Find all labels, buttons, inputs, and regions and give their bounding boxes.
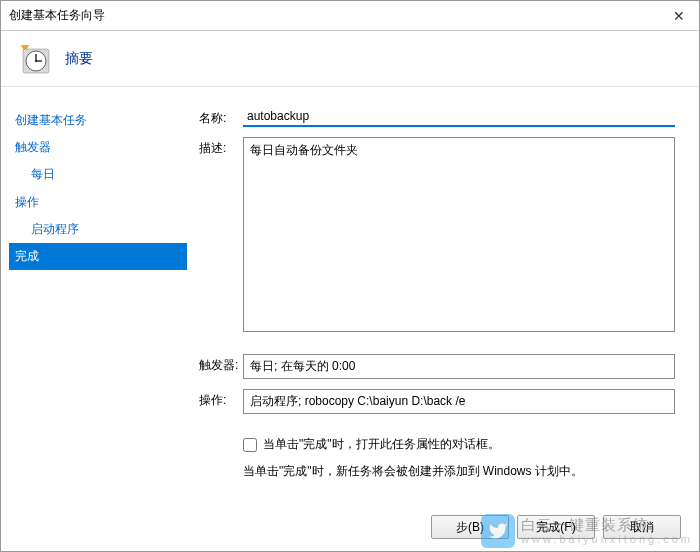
close-button[interactable]: ✕ — [659, 1, 699, 31]
sidebar-item-finish[interactable]: 完成 — [9, 243, 187, 270]
main-panel: 名称: 描述: 触发器: 每日; 在每天的 0:00 操作: 启动程序; rob… — [187, 107, 675, 503]
sidebar-item-action[interactable]: 操作 — [9, 189, 187, 216]
content-area: 创建基本任务 触发器 每日 操作 启动程序 完成 名称: 描述: 触发器: 每日… — [1, 87, 699, 503]
action-row: 操作: 启动程序; robocopy C:\baiyun D:\back /e — [199, 389, 675, 414]
cancel-button[interactable]: 取消 — [603, 515, 681, 539]
sidebar-item-start-program[interactable]: 启动程序 — [9, 216, 187, 243]
action-label: 操作: — [199, 389, 243, 409]
trigger-label: 触发器: — [199, 354, 243, 374]
info-text: 当单击"完成"时，新任务将会被创建并添加到 Windows 计划中。 — [199, 463, 675, 480]
scheduler-icon — [19, 43, 51, 75]
desc-label: 描述: — [199, 137, 243, 157]
wizard-sidebar: 创建基本任务 触发器 每日 操作 启动程序 完成 — [9, 107, 187, 503]
open-properties-checkbox[interactable] — [243, 438, 257, 452]
name-row: 名称: — [199, 107, 675, 127]
wizard-window: 创建基本任务向导 ✕ 摘要 创建基本任务 触发器 每日 操作 启动程序 完成 — [0, 0, 700, 552]
window-title: 创建基本任务向导 — [9, 7, 105, 24]
finish-button[interactable]: 完成(F) — [517, 515, 595, 539]
desc-textarea[interactable] — [243, 137, 675, 332]
desc-row: 描述: — [199, 137, 675, 332]
name-label: 名称: — [199, 107, 243, 127]
sidebar-item-create-task[interactable]: 创建基本任务 — [9, 107, 187, 134]
sidebar-item-trigger[interactable]: 触发器 — [9, 134, 187, 161]
open-properties-label: 当单击"完成"时，打开此任务属性的对话框。 — [263, 436, 500, 453]
svg-point-5 — [35, 59, 37, 61]
open-properties-row: 当单击"完成"时，打开此任务属性的对话框。 — [199, 436, 675, 453]
back-button[interactable]: 步(B) — [431, 515, 509, 539]
sidebar-item-daily[interactable]: 每日 — [9, 161, 187, 188]
trigger-value: 每日; 在每天的 0:00 — [243, 354, 675, 379]
action-value: 启动程序; robocopy C:\baiyun D:\back /e — [243, 389, 675, 414]
close-icon: ✕ — [673, 8, 685, 24]
wizard-header: 摘要 — [1, 31, 699, 87]
page-title: 摘要 — [65, 50, 93, 68]
name-input[interactable] — [243, 107, 675, 127]
titlebar: 创建基本任务向导 ✕ — [1, 1, 699, 31]
trigger-row: 触发器: 每日; 在每天的 0:00 — [199, 354, 675, 379]
wizard-footer: 步(B) 完成(F) 取消 — [1, 503, 699, 551]
